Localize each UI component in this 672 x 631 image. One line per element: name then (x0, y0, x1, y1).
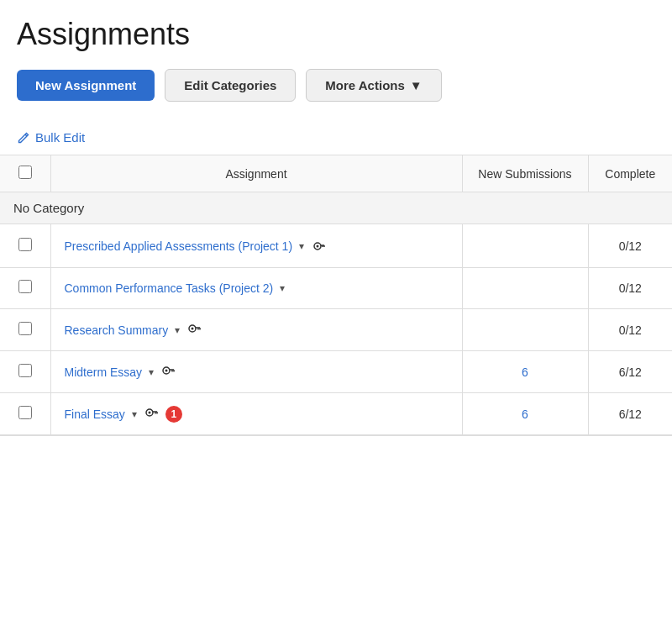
edit-categories-button[interactable]: Edit Categories (165, 69, 296, 102)
bulk-edit-button[interactable]: Bulk Edit (17, 130, 85, 145)
row-submissions-cell (462, 309, 588, 351)
row-checkbox-cell (0, 351, 50, 393)
more-actions-button[interactable]: More Actions ▼ (306, 69, 441, 102)
row-submissions-cell: 6 (462, 351, 588, 393)
table-header: Assignment New Submissions Complete (0, 155, 672, 192)
submissions-count-link[interactable]: 6 (522, 408, 528, 421)
chevron-down-icon[interactable]: ▾ (280, 282, 285, 294)
key-icon (144, 405, 159, 423)
chevron-down-icon[interactable]: ▾ (149, 366, 154, 378)
row-complete-cell: 0/12 (588, 309, 672, 351)
chevron-down-icon[interactable]: ▾ (299, 240, 304, 252)
table-body: No Category Prescribed Applied Assessmen… (0, 192, 672, 435)
select-all-checkbox[interactable] (18, 166, 32, 179)
row-checkbox-cell (0, 268, 50, 309)
chevron-down-icon[interactable]: ▾ (175, 324, 180, 336)
chevron-down-icon: ▼ (410, 78, 423, 92)
row-submissions-cell: 6 (462, 393, 588, 435)
table-row: Final Essay▾ 166/12 (0, 393, 672, 435)
svg-point-1 (317, 245, 319, 248)
row-complete-cell: 6/12 (588, 351, 672, 393)
table-row: Prescribed Applied Assessments (Project … (0, 224, 672, 268)
key-icon (186, 321, 202, 339)
row-checkbox-cell (0, 393, 50, 435)
key-icon (160, 363, 176, 381)
row-assignment-cell: Midterm Essay▾ (50, 351, 462, 393)
page-title: Assignments (17, 17, 655, 52)
pencil-icon (17, 131, 30, 145)
table-row: Common Performance Tasks (Project 2)▾0/1… (0, 268, 672, 309)
assignments-table: Assignment New Submissions Complete No C… (0, 155, 672, 435)
table-row: Research Summary▾ 0/12 (0, 309, 672, 351)
svg-point-16 (148, 412, 150, 414)
bulk-edit-row: Bulk Edit (0, 127, 672, 155)
row-checkbox[interactable] (18, 280, 32, 293)
assignment-link[interactable]: Common Performance Tasks (Project 2) (65, 281, 274, 295)
assignment-link[interactable]: Midterm Essay (65, 365, 143, 379)
row-assignment-cell: Research Summary▾ (50, 309, 462, 351)
row-assignment-cell: Common Performance Tasks (Project 2)▾ (50, 268, 462, 309)
row-submissions-cell (462, 224, 588, 268)
svg-point-6 (192, 328, 194, 330)
submissions-count-link[interactable]: 6 (522, 365, 528, 379)
row-checkbox[interactable] (18, 238, 32, 251)
toolbar: New Assignment Edit Categories More Acti… (17, 69, 655, 102)
row-submissions-cell (462, 268, 588, 309)
category-row: No Category (0, 192, 672, 224)
assignment-link[interactable]: Final Essay (65, 408, 125, 421)
row-checkbox[interactable] (18, 364, 32, 377)
chevron-down-icon[interactable]: ▾ (132, 408, 137, 420)
svg-point-11 (165, 370, 168, 372)
notification-badge: 1 (165, 406, 182, 423)
row-assignment-cell: Final Essay▾ 1 (50, 393, 462, 435)
assignment-link[interactable]: Research Summary (65, 323, 169, 337)
new-assignment-button[interactable]: New Assignment (17, 70, 155, 101)
row-complete-cell: 6/12 (588, 393, 672, 435)
header-checkbox-col (0, 155, 50, 192)
document-icon (311, 236, 328, 255)
header-assignment: Assignment (50, 155, 462, 192)
row-assignment-cell: Prescribed Applied Assessments (Project … (50, 224, 462, 268)
table-row: Midterm Essay▾ 66/12 (0, 351, 672, 393)
row-checkbox-cell (0, 309, 50, 351)
page-header: Assignments New Assignment Edit Categori… (0, 0, 672, 127)
header-new-submissions: New Submissions (462, 155, 588, 192)
assignment-link[interactable]: Prescribed Applied Assessments (Project … (65, 239, 293, 253)
assignments-table-container: Assignment New Submissions Complete No C… (0, 155, 672, 436)
row-checkbox[interactable] (18, 406, 32, 419)
row-checkbox[interactable] (18, 322, 32, 335)
header-complete: Complete (588, 155, 672, 192)
row-complete-cell: 0/12 (588, 268, 672, 309)
row-checkbox-cell (0, 224, 50, 268)
category-label: No Category (0, 192, 672, 224)
row-complete-cell: 0/12 (588, 224, 672, 268)
